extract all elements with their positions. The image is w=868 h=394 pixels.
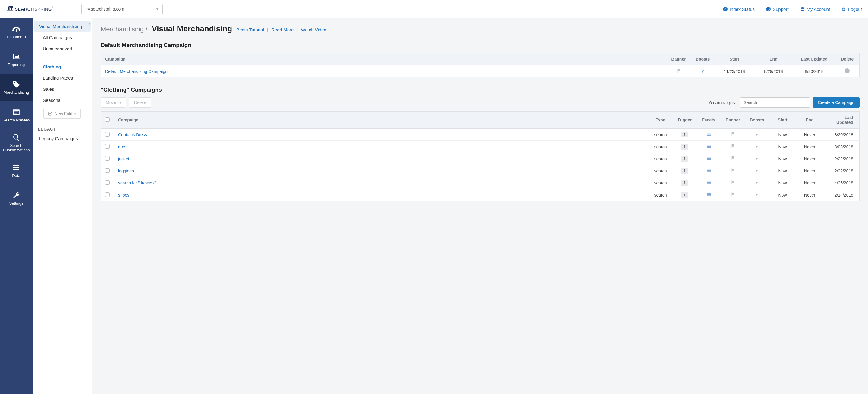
- subnav-visual-merchandising[interactable]: Visual Merchandising: [34, 21, 91, 32]
- nav-logout[interactable]: Logout: [841, 7, 862, 12]
- flag-icon: [731, 132, 735, 137]
- end-cell: 8/29/2018: [754, 65, 793, 78]
- banner-cell: [721, 129, 745, 141]
- col-delete: Delete: [835, 53, 860, 65]
- subnav-uncategorized[interactable]: Uncategorized: [34, 43, 91, 54]
- caret-down-icon: ▼: [156, 7, 159, 11]
- boosts-cell: [745, 189, 769, 201]
- boost-icon: [755, 180, 760, 185]
- campaign-link[interactable]: leggings: [118, 169, 134, 173]
- table-row: Contains Dresssearch1NowNever8/20/2018: [101, 129, 860, 141]
- create-campaign-button[interactable]: Create a Campaign: [813, 97, 860, 108]
- end-cell: Never: [796, 189, 824, 201]
- user-icon: [800, 7, 805, 11]
- last-updated-cell: 2/14/2018: [824, 189, 860, 201]
- col-last-updated[interactable]: Last Updated: [824, 112, 860, 129]
- boosts-cell: [745, 177, 769, 189]
- rail-reporting[interactable]: Reporting: [0, 46, 33, 73]
- subnav-landing-pages[interactable]: Landing Pages: [34, 73, 91, 83]
- nav-index-status[interactable]: Index Status: [723, 7, 755, 12]
- table-row: Default Merchandising Campaign 11/23/201…: [101, 65, 860, 78]
- chart-icon: [12, 53, 20, 61]
- divider: [38, 58, 87, 58]
- col-end[interactable]: End: [796, 112, 824, 129]
- delete-button[interactable]: Delete: [129, 97, 151, 108]
- select-all-checkbox[interactable]: [105, 117, 110, 122]
- svg-text:®: ®: [52, 6, 53, 8]
- boosts-cell: [691, 65, 715, 78]
- site-selector[interactable]: try.searchspring.com ▼: [82, 4, 163, 14]
- row-checkbox[interactable]: [105, 168, 110, 173]
- col-checkbox: [101, 112, 114, 129]
- campaign-link[interactable]: shoes: [118, 193, 129, 198]
- clothing-campaign-table: Campaign Type Trigger Facets Banner Boos…: [101, 111, 860, 201]
- row-checkbox[interactable]: [105, 144, 110, 149]
- col-type[interactable]: Type: [649, 112, 673, 129]
- col-facets[interactable]: Facets: [697, 112, 721, 129]
- rail-data[interactable]: Data: [0, 157, 33, 184]
- row-checkbox[interactable]: [105, 156, 110, 161]
- row-checkbox[interactable]: [105, 132, 110, 137]
- clothing-section-title: "Clothing" Campaigns: [101, 87, 860, 93]
- boost-icon: [755, 168, 760, 173]
- col-banner[interactable]: Banner: [721, 112, 745, 129]
- rail-settings[interactable]: Settings: [0, 184, 33, 212]
- facets-cell: [697, 177, 721, 189]
- table-row: jacketsearch1NowNever2/22/2018: [101, 153, 860, 165]
- flag-icon: [676, 68, 681, 73]
- link-begin-tutorial[interactable]: Begin Tutorial: [236, 27, 264, 32]
- flag-icon: [731, 144, 735, 149]
- campaign-link[interactable]: Contains Dress: [118, 132, 147, 137]
- rail-merchandising[interactable]: Merchandising: [0, 73, 33, 101]
- link-read-more[interactable]: Read More: [271, 27, 293, 32]
- boosts-cell: [745, 165, 769, 177]
- subnav-all-campaigns[interactable]: All Campaigns: [34, 32, 91, 43]
- col-trigger[interactable]: Trigger: [673, 112, 697, 129]
- campaign-link[interactable]: Default Merchandising Campaign: [105, 69, 167, 74]
- banner-cell: [721, 141, 745, 153]
- check-circle-icon: [723, 7, 727, 11]
- campaign-count: 6 campaigns: [710, 100, 735, 105]
- flag-icon: [731, 192, 735, 197]
- delete-cell[interactable]: [835, 65, 860, 78]
- col-campaign[interactable]: Campaign: [114, 112, 649, 129]
- end-cell: Never: [796, 165, 824, 177]
- boost-icon: [755, 144, 760, 149]
- nav-support[interactable]: Support: [766, 7, 789, 12]
- boost-icon: [755, 156, 760, 161]
- table-row: shoessearch1NowNever2/14/2018: [101, 189, 860, 201]
- banner-cell: [721, 177, 745, 189]
- subnav-seasonal[interactable]: Seasonal: [34, 95, 91, 105]
- move-to-button[interactable]: Move to: [101, 97, 126, 108]
- subnav-legacy-campaigns[interactable]: Legacy Campaigns: [34, 133, 91, 144]
- type-cell: search: [649, 141, 673, 153]
- subnav-sales[interactable]: Sales: [34, 84, 91, 94]
- subnav-clothing[interactable]: Clothing: [34, 61, 91, 72]
- rail-search-customizations[interactable]: Search Customizations: [0, 129, 33, 157]
- link-watch-video[interactable]: Watch Video: [301, 27, 327, 32]
- col-banner: Banner: [667, 53, 691, 65]
- col-boosts[interactable]: Boosts: [745, 112, 769, 129]
- boost-icon: [755, 132, 760, 137]
- table-row: search for "dresses"search1NowNever4/25/…: [101, 177, 860, 189]
- rail-dashboard[interactable]: Dashboard: [0, 18, 33, 46]
- search-input[interactable]: [740, 97, 810, 108]
- end-cell: Never: [796, 129, 824, 141]
- logo[interactable]: SEARCH SPRING ®: [6, 3, 72, 15]
- row-checkbox[interactable]: [105, 192, 110, 197]
- search-icon: [12, 133, 20, 141]
- end-cell: Never: [796, 153, 824, 165]
- nav-my-account[interactable]: My Account: [800, 7, 830, 12]
- rail-search-preview[interactable]: Search Preview: [0, 101, 33, 129]
- col-start[interactable]: Start: [769, 112, 796, 129]
- campaign-link[interactable]: dress: [118, 144, 128, 149]
- trigger-cell: 1: [673, 153, 697, 165]
- boosts-cell: [745, 129, 769, 141]
- col-last-updated: Last Updated: [793, 53, 835, 65]
- new-folder-button[interactable]: New Folder: [43, 109, 81, 119]
- row-checkbox[interactable]: [105, 180, 110, 185]
- campaign-link[interactable]: search for "dresses": [118, 181, 156, 185]
- campaign-link[interactable]: jacket: [118, 156, 129, 161]
- boosts-cell: [745, 141, 769, 153]
- collapse-subnav-icon[interactable]: ‹: [89, 21, 90, 26]
